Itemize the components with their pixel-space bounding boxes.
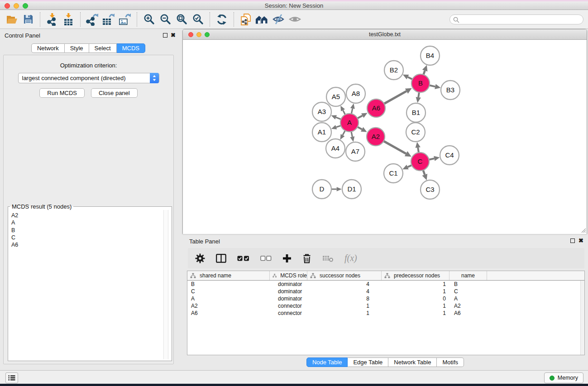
criterion-value: largest connected component (directed)	[22, 75, 126, 81]
hide-show-graphics-icon[interactable]	[272, 12, 285, 27]
mcds-result-item[interactable]: A	[11, 219, 163, 226]
table-cell[interactable]: 1	[382, 302, 449, 310]
export-image-icon[interactable]	[118, 12, 132, 27]
eye-icon[interactable]	[288, 12, 301, 27]
table-cell[interactable]: A2	[449, 302, 487, 310]
select-all-icon[interactable]	[237, 255, 249, 262]
table-cell[interactable]: A2	[187, 302, 270, 310]
home-icon[interactable]	[255, 12, 269, 27]
table-cell[interactable]: B	[187, 281, 270, 288]
graph-node-label: A4	[331, 144, 339, 152]
node-table: shared nameMCDS rolesuccessor nodesprede…	[187, 271, 585, 355]
add-column-icon[interactable]	[282, 254, 292, 263]
tab-motifs[interactable]: Motifs	[437, 357, 464, 367]
mcds-result-item[interactable]: A6	[11, 241, 163, 248]
tab-network-table[interactable]: Network Table	[388, 357, 437, 367]
toolbar-separator	[234, 12, 234, 27]
table-cell[interactable]: connector	[270, 302, 307, 310]
table-cell[interactable]: C	[449, 288, 487, 295]
main-toolbar	[0, 10, 588, 29]
column-header-name[interactable]: name	[449, 271, 487, 280]
arrowhead-icon	[350, 136, 354, 142]
graph-node-label: C3	[425, 186, 434, 193]
table-cell[interactable]: A6	[449, 310, 487, 317]
close-table-panel-icon[interactable]: ✖	[578, 237, 583, 244]
delete-column-icon[interactable]	[302, 253, 311, 263]
list-scrollbar[interactable]	[163, 210, 168, 359]
close-panel-button[interactable]: Close panel	[91, 88, 138, 98]
table-cell[interactable]: A6	[187, 310, 270, 317]
table-cell[interactable]: dominator	[270, 295, 307, 302]
graph-node-label: A3	[318, 108, 326, 115]
graph-node-label: C1	[389, 169, 397, 177]
table-cell[interactable]: connector	[270, 310, 307, 317]
table-row[interactable]: Bdominator41B	[187, 281, 584, 288]
float-panel-icon[interactable]	[163, 33, 167, 38]
deselect-all-icon[interactable]	[260, 255, 272, 262]
table-cell[interactable]: 1	[382, 310, 449, 317]
function-builder-icon[interactable]: f(x)	[344, 253, 357, 263]
column-header-predecessor-nodes[interactable]: predecessor nodes	[382, 271, 449, 280]
column-header-filler	[487, 271, 584, 280]
zoom-fit-icon[interactable]	[175, 12, 188, 27]
table-cell[interactable]: 1	[382, 288, 449, 295]
edge-A2-C[interactable]	[383, 141, 406, 153]
tab-network[interactable]: Network	[31, 43, 65, 53]
search-icon	[453, 17, 459, 23]
table-cell[interactable]: 1	[307, 302, 382, 310]
search-input[interactable]	[449, 14, 583, 24]
export-network-icon[interactable]	[86, 12, 99, 27]
table-cell[interactable]: dominator	[270, 281, 307, 288]
table-cell[interactable]: 1	[307, 310, 382, 317]
zoom-selected-icon[interactable]	[191, 12, 205, 27]
gear-icon[interactable]	[195, 253, 205, 263]
resize-grip-icon[interactable]	[581, 228, 586, 233]
refresh-icon[interactable]	[215, 12, 229, 27]
network-canvas[interactable]: B4B2BB3A5A8A6A3B1AA1C2A2A4A7CC4C1C3DD1	[183, 40, 587, 234]
export-table-icon[interactable]	[102, 12, 115, 27]
criterion-select[interactable]: largest connected component (directed)	[18, 73, 159, 83]
table-cell[interactable]: 4	[307, 281, 382, 288]
table-cell[interactable]: 1	[382, 281, 449, 288]
zoom-out-icon[interactable]	[158, 12, 172, 27]
clone-network-icon[interactable]	[239, 12, 253, 27]
memory-button[interactable]: Memory	[544, 372, 583, 383]
table-cell[interactable]: 4	[307, 288, 382, 295]
task-history-button[interactable]	[5, 372, 18, 383]
tab-style[interactable]: Style	[65, 43, 89, 53]
table-row[interactable]: A6connector11A6	[187, 310, 584, 317]
table-cell[interactable]: B	[449, 281, 487, 288]
table-cell[interactable]: C	[187, 288, 270, 295]
table-cell[interactable]: A	[449, 295, 487, 302]
zoom-in-icon[interactable]	[142, 12, 156, 27]
delete-table-icon[interactable]	[322, 255, 334, 262]
tab-mcds[interactable]: MCDS	[117, 43, 145, 53]
table-row[interactable]: A2connector11A2	[187, 302, 584, 310]
tab-select[interactable]: Select	[89, 43, 117, 53]
column-header-successor-nodes[interactable]: successor nodes	[307, 271, 382, 280]
save-icon[interactable]	[21, 12, 35, 27]
open-folder-icon[interactable]	[5, 12, 19, 27]
table-cell[interactable]: 0	[382, 295, 449, 302]
mcds-result-item[interactable]: C	[11, 234, 163, 241]
mcds-result-item[interactable]: B	[11, 227, 163, 234]
table-cell[interactable]: 8	[307, 295, 382, 302]
edge-A6-B[interactable]	[384, 91, 406, 104]
column-header-MCDS-role[interactable]: MCDS role	[270, 271, 307, 280]
table-cell[interactable]: dominator	[270, 288, 307, 295]
close-panel-icon[interactable]: ✖	[171, 32, 176, 39]
table-row[interactable]: Cdominator41C	[187, 288, 584, 295]
float-table-panel-icon[interactable]	[570, 238, 575, 243]
table-cell[interactable]: A	[187, 295, 270, 302]
run-mcds-button[interactable]: Run MCDS	[39, 88, 85, 98]
import-table-icon[interactable]	[62, 12, 75, 27]
tab-edge-table[interactable]: Edge Table	[348, 357, 388, 367]
table-row[interactable]: Adominator80A	[187, 295, 584, 302]
mcds-result-item[interactable]: A2	[11, 212, 163, 219]
column-header-shared-name[interactable]: shared name	[187, 271, 270, 280]
import-network-icon[interactable]	[45, 12, 59, 27]
table-scrollbar[interactable]	[580, 281, 584, 355]
split-panel-icon[interactable]	[216, 254, 226, 263]
network-window-titlebar[interactable]: testGlobe.txt	[183, 29, 587, 40]
tab-node-table[interactable]: Node Table	[306, 357, 348, 367]
